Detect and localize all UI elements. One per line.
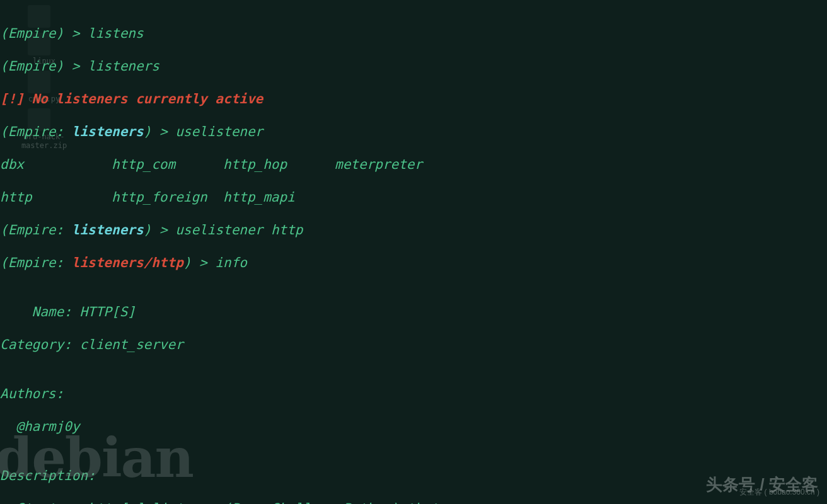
terminal-line: (Empire: listeners) > uselistener http bbox=[0, 222, 827, 238]
warning-line: [!] No listeners currently active bbox=[0, 91, 827, 107]
command-text: listeners bbox=[88, 59, 159, 74]
command-text: listens bbox=[88, 26, 144, 41]
prompt-rest: ) > uselistener bbox=[144, 124, 271, 139]
prompt-rest: ) > uselistener http bbox=[144, 222, 303, 238]
terminal-output[interactable]: (Empire) > listens (Empire) > listeners … bbox=[0, 9, 827, 504]
prompt-open: (Empire: bbox=[0, 222, 72, 238]
info-line: Starts a http[s] listener (PowerShell or… bbox=[0, 500, 827, 504]
info-heading: Description: bbox=[0, 467, 827, 484]
prompt-rest: ) > info bbox=[183, 255, 247, 270]
terminal-line: (Empire: listeners) > uselistener bbox=[0, 123, 827, 140]
terminal-line: (Empire) > listeners bbox=[0, 58, 827, 74]
prompt: (Empire) > bbox=[0, 59, 88, 74]
prompt: (Empire) > bbox=[0, 26, 88, 41]
info-line: @harmj0y bbox=[0, 418, 827, 435]
info-heading: Authors: bbox=[0, 386, 827, 402]
prompt-context: listeners bbox=[72, 222, 144, 238]
info-line: Category: client_server bbox=[0, 336, 827, 353]
terminal-line: (Empire) > listens bbox=[0, 25, 827, 42]
terminal-line: (Empire: listeners/http) > info bbox=[0, 255, 827, 271]
prompt-context: listeners/http bbox=[72, 255, 183, 270]
completion-line: http http_foreign http_mapi bbox=[0, 189, 827, 205]
prompt-open: (Empire: bbox=[0, 255, 72, 270]
completion-line: dbx http_com http_hop meterpreter bbox=[0, 156, 827, 173]
prompt-open: (Empire: bbox=[0, 124, 72, 139]
prompt-context: listeners bbox=[72, 124, 144, 139]
info-line: Name: HTTP[S] bbox=[0, 304, 827, 320]
